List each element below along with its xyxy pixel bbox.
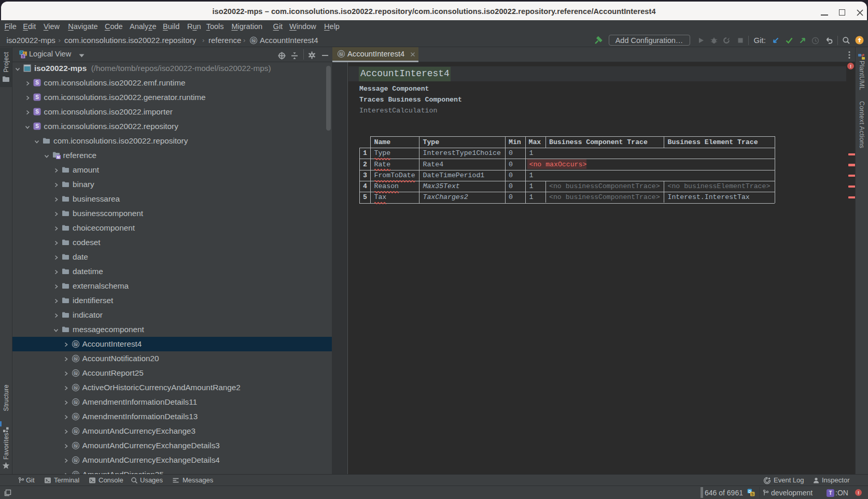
svg-text:S: S xyxy=(35,109,39,115)
svg-text:N: N xyxy=(74,357,77,361)
svg-text:N: N xyxy=(74,386,77,390)
svg-text:N: N xyxy=(74,429,77,434)
svg-text:N: N xyxy=(74,371,77,376)
svg-text:S: S xyxy=(35,94,39,100)
svg-text:N: N xyxy=(74,458,77,463)
svg-text:S: S xyxy=(35,80,39,85)
svg-text:N: N xyxy=(74,400,77,405)
svg-text:N: N xyxy=(340,52,342,56)
svg-text:N: N xyxy=(74,415,77,419)
svg-text:S: S xyxy=(751,492,754,496)
svg-text:S: S xyxy=(22,54,24,58)
svg-text:D: D xyxy=(20,51,23,54)
svg-text:M: M xyxy=(57,155,59,159)
svg-text:N: N xyxy=(74,444,77,448)
svg-text:N: N xyxy=(252,38,255,43)
svg-text:S: S xyxy=(35,123,39,129)
svg-text:N: N xyxy=(74,342,77,347)
